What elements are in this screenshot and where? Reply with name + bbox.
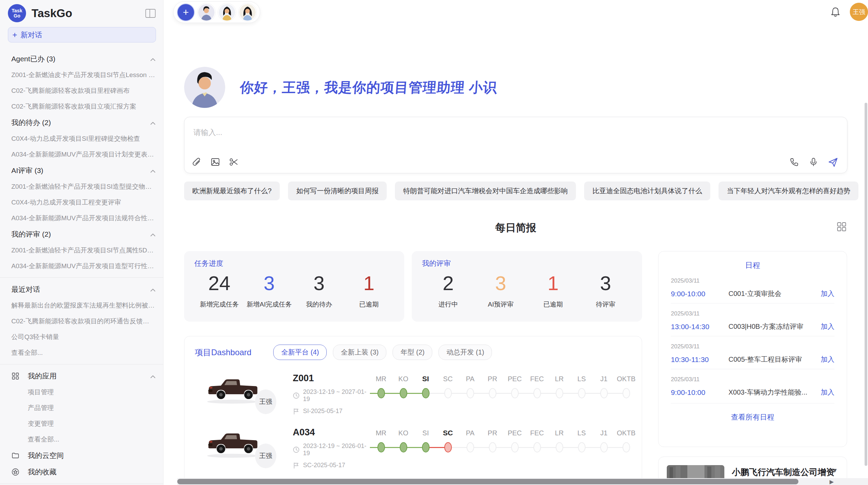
sidebar-app-item[interactable]: 查看全部...: [0, 432, 163, 447]
sidebar-item[interactable]: Z001-全新燃油轻卡产品开发项目SI造型提交物评审: [0, 179, 163, 195]
briefing-card-title: 任务进度: [194, 259, 394, 268]
horizontal-scrollbar[interactable]: ▶: [177, 478, 868, 485]
send-icon[interactable]: [828, 157, 838, 167]
dashboard-filter-chip[interactable]: 全新上装 (3): [333, 345, 386, 360]
suggestion-chip[interactable]: 特朗普可能对进口汽车增税会对中国车企造成哪些影响: [395, 182, 576, 200]
dashboard-filter-chip[interactable]: 全新平台 (4): [273, 345, 327, 360]
event-join-link[interactable]: 加入: [821, 355, 834, 364]
chat-input[interactable]: 请输入...: [184, 117, 847, 173]
phone-icon[interactable]: [789, 157, 800, 167]
sidebar-section-header[interactable]: AI评审 (3): [0, 162, 163, 179]
stat: 3待评审: [579, 272, 632, 309]
paperclip-icon[interactable]: [192, 157, 202, 167]
stat-value: 2: [422, 272, 474, 295]
my-apps-label: 我的应用: [28, 371, 150, 381]
news-title: 小鹏飞行汽车制造公司增资: [732, 467, 839, 478]
sidebar-section-header[interactable]: 我的待办 (2): [0, 114, 163, 131]
dashboard-header: 项目Dashboard 全新平台 (4)全新上装 (3)年型 (2)动总开发 (…: [195, 345, 631, 360]
image-icon[interactable]: [210, 157, 221, 167]
event-join-link[interactable]: 加入: [821, 322, 834, 331]
sidebar-item[interactable]: C0X4-动力总成开发项目SI里程碑提交物检查: [0, 131, 163, 147]
schedule-view-all-link[interactable]: 查看所有日程: [671, 403, 834, 431]
user-avatar[interactable]: 王强: [850, 3, 868, 21]
project-owner-badge: 王强: [255, 444, 276, 468]
microphone-icon[interactable]: [809, 157, 819, 167]
app-logo: Task Go: [8, 4, 26, 22]
briefing-layout-icon[interactable]: [836, 222, 847, 233]
sidebar-item-my-apps[interactable]: 我的应用: [0, 368, 163, 384]
sidebar-section-header[interactable]: 最近对话: [0, 281, 163, 298]
sidebar-item-star[interactable]: 我的收藏: [0, 464, 163, 480]
sidebar-item[interactable]: Z001-全新燃油皮卡产品开发项目SI节点Lesson Learn报告: [0, 67, 163, 83]
event-join-link[interactable]: 加入: [821, 388, 834, 397]
milestone-dot: [422, 442, 430, 452]
project-row[interactable]: 王强 Z001 2023-12-19 ~ 2027-01-19 SI-2025-…: [195, 373, 631, 414]
sidebar-item[interactable]: Z001-全新燃油轻卡产品开发项目SI节点属性5D文件评审: [0, 242, 163, 258]
horizontal-scrollbar-thumb[interactable]: [177, 479, 798, 484]
milestone-label: LS: [570, 428, 593, 438]
milestone-dot: [511, 442, 519, 452]
suggestion-chip[interactable]: 如何写一份清晰的项目周报: [288, 182, 387, 200]
chevron-up-icon: [150, 55, 156, 63]
sidebar-app-item[interactable]: 变更管理: [0, 416, 163, 432]
agent-avatar-3[interactable]: [239, 3, 256, 21]
stat: 3新增AI完成任务: [244, 272, 294, 309]
section-title: Agent已办 (3): [11, 54, 150, 64]
sidebar-item-folder[interactable]: 我的云空间: [0, 447, 163, 464]
project-row[interactable]: 王强 A034 2023-12-19 ~ 2026-01-19 SC-2025-…: [195, 427, 631, 468]
sidebar-section-header[interactable]: 我的评审 (2): [0, 226, 163, 242]
agent-avatar-1[interactable]: [197, 3, 215, 21]
assistant-avatar: [184, 67, 225, 108]
milestone-dot: [489, 388, 496, 398]
briefing-card: 任务进度24新增完成任务3新增AI完成任务3我的待办1已逾期: [184, 251, 404, 322]
milestone-station: KO: [392, 374, 414, 414]
project-milestone-date: SC-2025-05-17: [293, 462, 370, 469]
milestone-label: PA: [459, 374, 481, 384]
sidebar-item[interactable]: A034-全新新能源MUV产品开发项目造型可行性评审: [0, 258, 163, 274]
project-milestone-date: SI-2025-05-17: [293, 408, 370, 415]
sidebar-collapse-icon[interactable]: [145, 8, 156, 18]
sidebar-item[interactable]: A034-全新新能源MUV产品开发项目法规符合性评审: [0, 210, 163, 226]
sidebar-item[interactable]: C02-飞腾新能源轻客改款项目的闭环通告反馈情况: [0, 313, 163, 329]
milestone-station: SI: [414, 428, 437, 468]
milestone-station: FEC: [526, 374, 548, 414]
suggestion-chips: 欧洲新规最近颁布了什么?如何写一份清晰的项目周报特朗普可能对进口汽车增税会对中国…: [184, 182, 847, 200]
event-join-link[interactable]: 加入: [821, 289, 834, 298]
milestone-dot: [533, 442, 541, 452]
stat-value: 3: [294, 272, 344, 295]
sidebar-item[interactable]: C0X4-动力总成开发项目工程变更评审: [0, 195, 163, 210]
milestone-label: OKTB: [615, 428, 637, 438]
milestone-station: LR: [548, 374, 570, 414]
milestone-station: SC: [437, 374, 459, 414]
sidebar-item[interactable]: A034-全新新能源MUV产品开发项目计划变更表编写: [0, 147, 163, 162]
sidebar-item[interactable]: 公司Q3轻卡销量: [0, 329, 163, 345]
suggestion-chip[interactable]: 比亚迪全固态电池计划具体说了什么: [584, 182, 710, 200]
project-info: A034 2023-12-19 ~ 2026-01-19 SC-2025-05-…: [293, 427, 370, 468]
new-chat-button[interactable]: + 新对话: [8, 27, 156, 42]
agent-avatar-2[interactable]: [218, 3, 236, 21]
scroll-right-arrow[interactable]: ▶: [830, 478, 834, 485]
vertical-scrollbar-thumb[interactable]: [865, 103, 867, 466]
event-date: 2025/03/11: [671, 376, 834, 383]
suggestion-chip[interactable]: 当下年轻人对汽车外观有怎样的喜好趋势: [719, 182, 858, 200]
add-agent-button[interactable]: +: [177, 3, 195, 21]
milestone-station: FEC: [526, 428, 548, 468]
sidebar-item[interactable]: 解释最新出台的欧盟报废车法规再生塑料比例被调至15%...: [0, 298, 163, 313]
scissors-icon[interactable]: [229, 157, 239, 167]
notifications-bell-icon[interactable]: [831, 7, 840, 17]
sidebar-item[interactable]: C02-飞腾新能源轻客改款项目里程碑画布: [0, 83, 163, 99]
project-dashboard-card: 项目Dashboard 全新平台 (4)全新上装 (3)年型 (2)动总开发 (…: [184, 336, 642, 485]
sidebar-item[interactable]: C02-飞腾新能源轻客改款项目立项汇报方案: [0, 99, 163, 114]
sidebar-section-header[interactable]: Agent已办 (3): [0, 51, 163, 67]
event-name: C003|H0B-方案冻结评审: [728, 322, 816, 331]
scroll-down-indicator[interactable]: ▼: [832, 467, 838, 474]
sidebar-app-item[interactable]: 产品管理: [0, 400, 163, 416]
event-name: C005-整车工程目标评审: [728, 355, 816, 364]
event-time: 10:30-11:30: [671, 356, 728, 364]
dashboard-filter-chip[interactable]: 年型 (2): [393, 345, 432, 360]
suggestion-chip[interactable]: 欧洲新规最近颁布了什么?: [184, 182, 280, 200]
dashboard-filter-chip[interactable]: 动总开发 (1): [438, 345, 492, 360]
milestone-dot: [623, 388, 630, 398]
sidebar-item[interactable]: 查看全部...: [0, 345, 163, 361]
sidebar-app-item[interactable]: 项目管理: [0, 384, 163, 400]
